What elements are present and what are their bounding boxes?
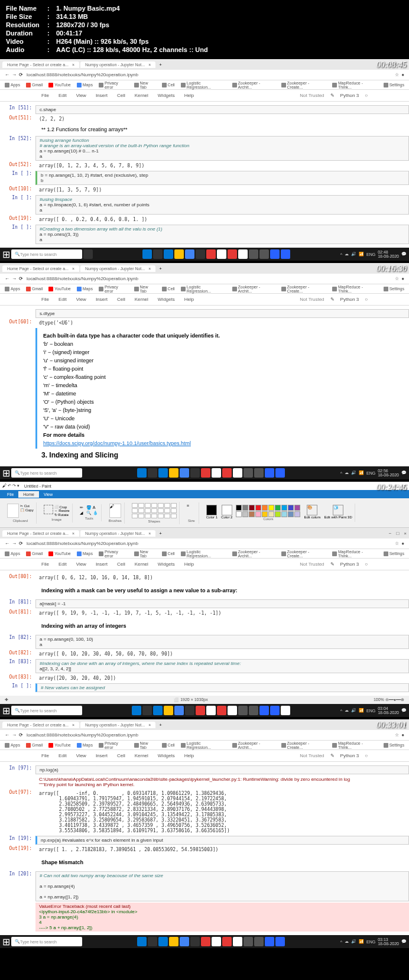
app-icon[interactable] (148, 937, 157, 946)
menu-cell[interactable]: Cell (117, 93, 125, 98)
menu-file[interactable]: File (41, 562, 49, 567)
menu-kernel[interactable]: Kernel (135, 93, 148, 98)
profile-icon[interactable]: ● (401, 541, 404, 546)
ribbon-brushes[interactable]: 🖌 Brushes (106, 502, 125, 524)
app-icon[interactable] (137, 468, 147, 478)
menu-edit[interactable]: Edit (59, 93, 67, 98)
bookmark[interactable]: Zookeeper - Archit... (232, 550, 275, 558)
bookmark[interactable]: YouTube (48, 287, 71, 291)
app-icon[interactable] (222, 468, 232, 478)
bookmark[interactable]: Maps (77, 743, 93, 748)
bookmark[interactable]: New Tab (134, 550, 156, 558)
code-cell[interactable]: np.log(a) (35, 765, 409, 774)
app-icon[interactable] (244, 937, 253, 946)
forward-icon[interactable]: → (12, 276, 17, 281)
app-icon[interactable] (238, 249, 248, 259)
code-cell[interactable]: np.exp(a) #evaluates e^x for each elemen… (35, 836, 409, 845)
search-input[interactable]: 🔍 Type here to search (11, 468, 82, 478)
app-icon[interactable] (222, 937, 232, 946)
app-icon[interactable] (190, 468, 200, 478)
url-input[interactable]: localhost:8888/notebooks/Numpy%20operati… (27, 276, 395, 281)
app-icon[interactable] (212, 937, 221, 946)
bookmark[interactable]: YouTube (48, 743, 71, 748)
menu-view[interactable]: View (76, 562, 86, 567)
system-tray[interactable]: ^☁🔊📶ENG 03:0418-08-2020 💬 (340, 706, 407, 715)
reload-icon[interactable]: ⟳ (19, 732, 23, 738)
bookmark-mr[interactable]: MapReduce - Think... (332, 81, 378, 89)
app-icon[interactable] (201, 468, 210, 478)
tab-numpy[interactable]: Numpy operation - Jupyter Not...× (80, 530, 155, 537)
forward-icon[interactable]: → (12, 732, 17, 738)
app-icon[interactable] (174, 249, 184, 259)
menu-cell[interactable]: Cell (117, 297, 125, 302)
menu-widgets[interactable]: Widgets (158, 93, 175, 98)
app-icon[interactable] (158, 937, 168, 946)
app-icon[interactable] (164, 706, 173, 715)
ribbon-size[interactable]: ≡ Size (184, 502, 199, 524)
app-icon[interactable] (148, 468, 157, 478)
app-icon[interactable] (132, 706, 141, 715)
bookmark-maps[interactable]: Maps (77, 83, 93, 87)
start-icon[interactable]: ⊞ (2, 936, 10, 947)
edit-icon[interactable]: ✎ (330, 297, 335, 302)
ribbon-colors[interactable]: Color 1 Color 2 Colors 🎨Edit colors 🧊Edi… (204, 504, 355, 522)
code-cell[interactable]: s.dtype (35, 309, 409, 318)
notification-icon[interactable]: 💬 (401, 252, 407, 257)
bookmark-gmail[interactable]: Gmail (26, 83, 43, 87)
bookmark-youtube[interactable]: YouTube (48, 83, 71, 87)
app-icon[interactable] (153, 706, 163, 715)
app-icon[interactable] (180, 937, 189, 946)
app-icon[interactable] (249, 706, 258, 715)
forward-icon[interactable]: → (12, 72, 17, 77)
app-icon[interactable] (233, 937, 242, 946)
tab-numpy[interactable]: Numpy operation - Jupyter Not...× (80, 722, 155, 728)
bookmark[interactable]: Privacy error (99, 550, 128, 558)
menu-help[interactable]: Help (184, 93, 194, 98)
app-icon[interactable] (137, 937, 147, 946)
bookmark[interactable]: Settings (384, 551, 404, 556)
bookmark[interactable]: Gmail (26, 287, 43, 291)
new-tab-button[interactable]: + (157, 722, 164, 728)
bookmark[interactable]: Logistic Regression... (181, 285, 226, 293)
back-icon[interactable]: ← (5, 541, 9, 546)
code-cell[interactable]: #using arrange function# arange is an ar… (35, 136, 409, 161)
edit-icon[interactable]: ✎ (330, 93, 335, 98)
menu-edit[interactable]: Edit (59, 753, 67, 758)
code-cell[interactable]: #using linspacea = np.linspace(0, 1, 6) … (35, 195, 409, 215)
bookmark[interactable]: Gmail (26, 551, 43, 556)
app-icon[interactable] (190, 937, 200, 946)
bookmark[interactable]: Apps (5, 287, 20, 291)
bookmark[interactable]: Maps (77, 287, 93, 291)
bookmark[interactable]: Gmail (26, 743, 43, 748)
app-icon[interactable] (174, 706, 184, 715)
menu-edit[interactable]: Edit (59, 562, 67, 567)
bookmark[interactable]: Zookeeper - Archit... (232, 741, 275, 749)
app-icon[interactable] (201, 937, 210, 946)
edit-icon[interactable]: ✎ (330, 562, 335, 567)
start-icon[interactable]: ⊞ (2, 705, 10, 716)
ribbon-tools[interactable]: ✏🪣A◢🔍💧 Tools (77, 504, 102, 521)
bookmark[interactable]: Logistic Regression... (181, 550, 226, 558)
app-icon[interactable] (238, 706, 248, 715)
star-icon[interactable]: ☆ (395, 72, 399, 77)
code-cell[interactable]: #Creating a two dimension array with all… (35, 225, 409, 244)
app-icon[interactable] (153, 249, 163, 259)
taskview-icon[interactable] (83, 249, 93, 259)
profile-icon[interactable]: ● (401, 276, 404, 281)
new-tab-button[interactable]: + (157, 266, 164, 271)
menu-insert[interactable]: Insert (96, 93, 108, 98)
menu-kernel[interactable]: Kernel (135, 297, 148, 302)
new-tab-button[interactable]: + (157, 531, 164, 536)
system-tray[interactable]: ^☁🔊📶ENG 03:1318-08-2020 💬 (340, 937, 407, 946)
new-tab-button[interactable]: + (157, 62, 164, 67)
app-icon[interactable] (281, 706, 290, 715)
trust-indicator[interactable]: Not Trusted (300, 93, 324, 98)
app-icon[interactable] (196, 249, 205, 259)
menu-view[interactable]: View (76, 297, 86, 302)
menu-cell[interactable]: Cell (117, 562, 125, 567)
menu-help[interactable]: Help (184, 562, 194, 567)
bookmark-privacy[interactable]: Privacy error (99, 81, 128, 89)
trust-indicator[interactable]: Not Trusted (300, 562, 324, 567)
bookmark[interactable]: Cell (162, 743, 175, 748)
bookmark[interactable]: MapReduce - Think... (332, 285, 378, 293)
